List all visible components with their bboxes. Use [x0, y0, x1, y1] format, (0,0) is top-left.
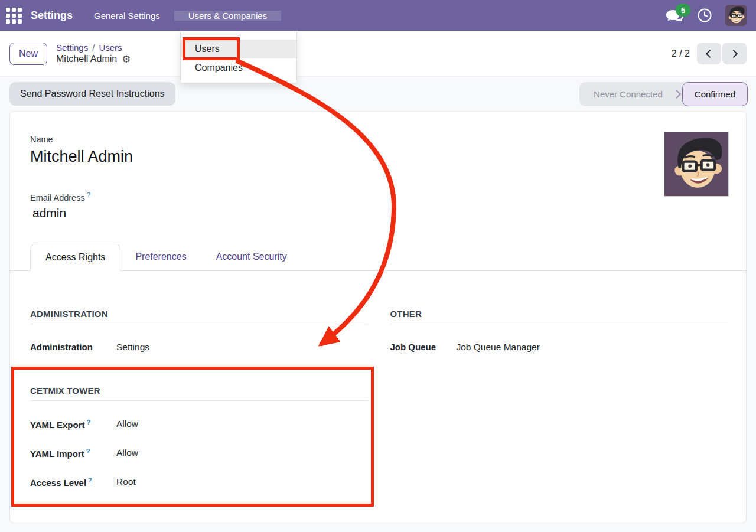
form-sheet: Name Mitchell Admin Email Address? admin…	[9, 111, 747, 523]
statusbar: Never Connected Confirmed	[579, 82, 748, 106]
job-queue-field-label: Job Queue	[390, 342, 457, 353]
control-panel: New Settings / Users Mitchell Admin ⚙ 2 …	[0, 31, 756, 77]
app-brand-title[interactable]: Settings	[27, 9, 80, 22]
pager-next-button[interactable]	[722, 43, 747, 64]
top-navbar: Settings General Settings Users & Compan…	[0, 0, 756, 31]
menu-general-settings[interactable]: General Settings	[80, 11, 174, 21]
email-help-icon[interactable]: ?	[87, 191, 90, 198]
yaml-export-field-label: YAML Export?	[30, 419, 116, 430]
new-button[interactable]: New	[9, 43, 47, 65]
stage-never-connected[interactable]: Never Connected	[594, 89, 663, 99]
pager-count: 2 / 2	[672, 48, 690, 59]
chevron-left-icon	[706, 49, 714, 57]
chevron-right-icon	[729, 49, 738, 57]
email-field-value[interactable]: admin	[30, 205, 746, 221]
apps-grid-icon	[6, 8, 22, 24]
breadcrumb: Settings / Users Mitchell Admin ⚙	[56, 43, 131, 64]
field-row: Access Level? Root	[30, 476, 368, 488]
stage-confirmed[interactable]: Confirmed	[682, 82, 748, 106]
send-password-reset-button[interactable]: Send Password Reset Instructions	[9, 82, 175, 106]
tab-preferences[interactable]: Preferences	[120, 244, 201, 270]
group-cetmix-tower-title: CETMIX TOWER	[30, 386, 368, 401]
menu-users-and-companies[interactable]: Users & Companies	[174, 11, 281, 21]
name-field-label: Name	[30, 112, 746, 145]
field-row: YAML Import? Allow	[30, 448, 368, 459]
actions-gear-icon[interactable]: ⚙	[122, 54, 131, 64]
avatar-cartoon-image	[664, 132, 728, 196]
access-level-help-icon[interactable]: ?	[88, 476, 92, 484]
yaml-import-field-value[interactable]: Allow	[116, 448, 138, 459]
yaml-export-help-icon[interactable]: ?	[87, 419, 91, 426]
group-administration: ADMINISTRATION Administration Settings	[30, 309, 368, 353]
breadcrumb-link-settings[interactable]: Settings	[56, 43, 88, 53]
administration-field-value[interactable]: Settings	[116, 342, 149, 353]
apps-menu-button[interactable]	[0, 8, 27, 24]
tab-access-rights[interactable]: Access Rights	[30, 244, 120, 271]
odoo-settings-user-form-page: Settings General Settings Users & Compan…	[0, 0, 756, 532]
messages-count-badge: 5	[676, 4, 690, 17]
dropdown-item-users[interactable]: Users	[181, 40, 296, 58]
email-field-label: Email Address?	[30, 190, 746, 203]
breadcrumb-separator: /	[92, 43, 94, 53]
dropdown-item-companies[interactable]: Companies	[181, 58, 296, 77]
access-level-field-label: Access Level?	[30, 476, 116, 488]
activities-clock-button[interactable]	[697, 8, 712, 23]
record-pager: 2 / 2	[672, 43, 747, 64]
breadcrumb-current-record: Mitchell Admin	[56, 54, 117, 64]
messages-button[interactable]: 5	[665, 6, 684, 24]
group-cetmix-tower: CETMIX TOWER YAML Export? Allow YAML Imp…	[30, 386, 368, 488]
pager-previous-button[interactable]	[697, 43, 721, 64]
breadcrumb-link-users[interactable]: Users	[99, 43, 122, 53]
field-row: YAML Export? Allow	[30, 419, 368, 430]
users-companies-dropdown: Users Companies	[180, 31, 297, 83]
avatar-cartoon-icon	[725, 5, 747, 26]
field-row: Administration Settings	[30, 342, 368, 353]
user-menu-avatar[interactable]	[725, 5, 747, 26]
administration-field-label: Administration	[30, 342, 116, 353]
access-level-field-value[interactable]: Root	[116, 476, 136, 488]
tab-account-security[interactable]: Account Security	[201, 244, 302, 270]
job-queue-field-value[interactable]: Job Queue Manager	[457, 342, 540, 353]
name-field-value[interactable]: Mitchell Admin	[30, 146, 746, 167]
yaml-import-field-label: YAML Import?	[30, 448, 116, 459]
notebook-tabs: Access Rights Preferences Account Securi…	[10, 244, 746, 271]
stage-chevron-icon	[672, 89, 682, 99]
group-other-title: OTHER	[390, 309, 728, 324]
user-photo[interactable]	[664, 132, 729, 197]
yaml-import-help-icon[interactable]: ?	[86, 448, 90, 455]
group-administration-title: ADMINISTRATION	[30, 309, 368, 324]
group-other: OTHER Job Queue Job Queue Manager	[390, 309, 728, 353]
access-rights-groups: ADMINISTRATION Administration Settings O…	[10, 309, 746, 488]
field-row: Job Queue Job Queue Manager	[390, 342, 728, 353]
form-statusbar-row: Send Password Reset Instructions Never C…	[0, 77, 756, 111]
yaml-export-field-value[interactable]: Allow	[116, 419, 138, 430]
